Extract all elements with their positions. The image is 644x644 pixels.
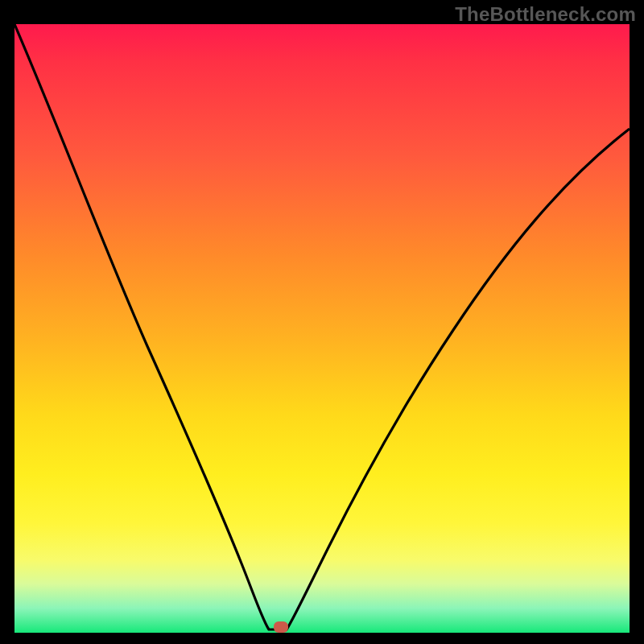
bottleneck-curve (14, 24, 630, 630)
minimum-marker (274, 621, 288, 633)
curve-svg (14, 24, 630, 633)
watermark-text: TheBottleneck.com (455, 3, 636, 26)
plot-area (14, 24, 630, 633)
chart-frame: TheBottleneck.com (0, 0, 644, 644)
